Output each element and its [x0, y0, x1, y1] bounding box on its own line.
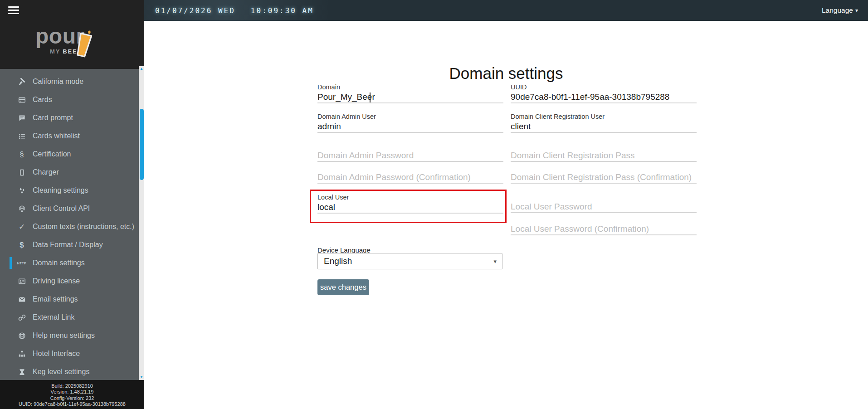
domain-admin-user-label: Domain Admin User [317, 113, 503, 121]
domain-client-registration-pass-input[interactable] [511, 150, 697, 162]
local-user-field: Local User [317, 194, 503, 214]
domain-admin-password-field [317, 150, 503, 162]
page-title: Domain settings [144, 64, 868, 83]
sidebar-footer-buildinfo: Build: 2025082910Version: 1.48.21.19Conf… [0, 380, 144, 409]
pourmybeer-logo: pour MY BEER [35, 25, 108, 62]
clock-display: 01/07/2026 WED 10:09:30 AM [155, 0, 314, 21]
sitemap-icon [17, 350, 26, 358]
sidebar-item-email-settings[interactable]: Email settings [0, 290, 144, 308]
domain-admin-password-input[interactable] [317, 150, 503, 162]
local-user-password-confirmation-input[interactable] [511, 224, 697, 235]
local-user-input[interactable] [317, 202, 503, 214]
sidebar-menu: California mode Cards Card prompt Cards … [0, 69, 144, 380]
language-menu[interactable]: Language ▾ [822, 0, 858, 21]
lifebuoy-icon [17, 332, 26, 340]
date-text: 01/07/2026 WED [155, 6, 235, 15]
uuid-input[interactable] [511, 92, 697, 103]
domain-label: Domain [317, 83, 503, 92]
sidebar-item-card-prompt[interactable]: Card prompt [0, 109, 144, 127]
local-user-password-field [511, 201, 697, 213]
local-user-password-confirmation-field [511, 224, 697, 235]
sidebar: pour MY BEER California mode Cards Card … [0, 0, 144, 409]
hamburger-menu-icon[interactable] [8, 6, 19, 15]
domain-client-registration-user-label: Domain Client Registration User [511, 113, 697, 121]
app-window: 01/07/2026 WED 10:09:30 AM Language ▾ po… [0, 0, 868, 409]
uuid-field: UUID [511, 83, 697, 103]
sidebar-item-hotel-interface[interactable]: Hotel Interface [0, 345, 144, 363]
domain-client-registration-user-input[interactable] [511, 121, 697, 133]
scrollbar-up-arrow-icon[interactable]: ▲ [139, 66, 144, 72]
id-card-icon [17, 278, 26, 285]
chat-icon [17, 114, 26, 122]
check-icon: ✓ [17, 223, 26, 231]
main-content: Domain settings Domain UUID Domain Admin… [144, 21, 868, 409]
sidebar-item-cleaning-settings[interactable]: Cleaning settings [0, 181, 144, 200]
device-language-select[interactable]: English ▾ [317, 253, 502, 269]
domain-client-registration-pass-confirmation-field [511, 172, 697, 184]
language-label: Language [822, 6, 853, 15]
build-info-line: Version: 1.48.21.19 [0, 389, 144, 395]
sidebar-item-external-link[interactable]: External Link [0, 308, 144, 326]
hourglass-icon [17, 368, 26, 376]
credit-card-icon [17, 96, 26, 104]
link-icon [17, 314, 26, 321]
sidebar-item-data-format-display[interactable]: $ Data Format / Display [0, 236, 144, 254]
http-icon: HTTP [17, 259, 26, 267]
text-caret [370, 93, 371, 102]
domain-admin-user-field: Domain Admin User [317, 113, 503, 133]
beer-glass-icon [74, 29, 94, 59]
sidebar-item-cards-whitelist[interactable]: Cards whitelist [0, 127, 144, 145]
top-bar: 01/07/2026 WED 10:09:30 AM Language ▾ [144, 0, 868, 21]
uuid-label: UUID [511, 83, 697, 92]
domain-client-registration-pass-confirmation-input[interactable] [511, 172, 697, 184]
time-text: 10:09:30 AM [251, 6, 314, 15]
sidebar-item-keg-level-settings[interactable]: Keg level settings [0, 363, 144, 380]
gavel-icon [17, 78, 26, 86]
local-user-password-input[interactable] [511, 201, 697, 213]
save-changes-button[interactable]: save changes [317, 279, 369, 295]
sidebar-item-domain-settings[interactable]: HTTP Domain settings [0, 254, 144, 272]
domain-admin-password-confirmation-field [317, 172, 503, 184]
sidebar-item-cards[interactable]: Cards [0, 91, 144, 109]
build-info-line: Config-Version: 232 [0, 395, 144, 401]
sidebar-item-driving-license[interactable]: Driving license [0, 272, 144, 290]
sidebar-scrollbar[interactable]: ▲ ▼ [139, 66, 144, 380]
sidebar-item-charger[interactable]: Charger [0, 163, 144, 181]
drops-icon [17, 187, 26, 195]
domain-admin-password-confirmation-input[interactable] [317, 172, 503, 184]
device-language-value: English [324, 256, 352, 266]
chevron-down-icon: ▾ [855, 7, 858, 14]
domain-client-registration-pass-field [511, 150, 697, 162]
domain-admin-user-input[interactable] [317, 121, 503, 133]
list-icon [17, 132, 26, 140]
local-user-label: Local User [317, 194, 503, 202]
build-info-line: Build: 2025082910 [0, 383, 144, 389]
envelope-icon [17, 296, 26, 303]
battery-icon [17, 169, 26, 176]
podcast-icon [17, 205, 26, 213]
domain-client-registration-user-field: Domain Client Registration User [511, 113, 697, 133]
sidebar-header: pour MY BEER [0, 0, 144, 69]
chevron-down-icon: ▾ [493, 258, 497, 265]
build-info-line: UUID: 90de7ca8-b0f1-11ef-95aa-30138b7952… [0, 401, 144, 407]
dollar-icon: $ [17, 241, 26, 249]
sidebar-item-help-menu-settings[interactable]: Help menu settings [0, 326, 144, 345]
sidebar-item-custom-texts-instructions-etc[interactable]: ✓ Custom texts (instructions, etc.) [0, 218, 144, 236]
domain-field: Domain [317, 83, 503, 103]
domain-input[interactable] [317, 92, 503, 103]
sidebar-item-client-control-api[interactable]: Client Control API [0, 200, 144, 218]
section-sign-icon: § [17, 151, 26, 158]
scrollbar-down-arrow-icon[interactable]: ▼ [139, 375, 144, 380]
sidebar-item-california-mode[interactable]: California mode [0, 73, 144, 91]
sidebar-item-certification[interactable]: § Certification [0, 145, 144, 163]
scrollbar-thumb[interactable] [140, 109, 144, 180]
